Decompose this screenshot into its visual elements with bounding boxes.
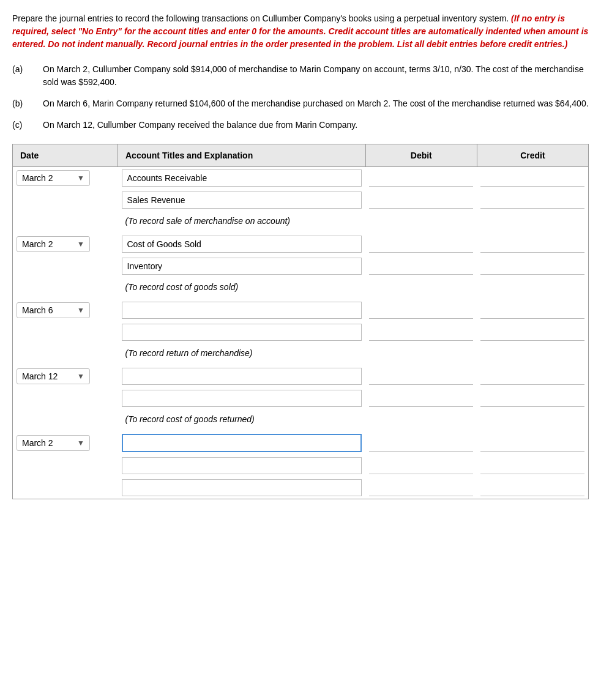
- date-cell-6: [13, 321, 118, 343]
- debit-input-7[interactable]: [369, 368, 473, 385]
- credit-input-8[interactable]: [480, 390, 584, 407]
- debit-cell-3: [365, 233, 477, 255]
- chevron-down-icon: ▼: [77, 439, 84, 447]
- table-row: March 2 ▼: [13, 167, 589, 190]
- table-row: [13, 189, 589, 211]
- account-cell-5: [118, 299, 366, 321]
- debit-cell-10: [365, 455, 477, 477]
- credit-input-10[interactable]: [480, 458, 584, 474]
- debit-input-3[interactable]: [369, 236, 473, 253]
- note-row: (To record cost of goods sold): [13, 277, 589, 299]
- header-credit: Credit: [477, 144, 588, 167]
- account-input-7[interactable]: [122, 368, 362, 385]
- credit-input-7[interactable]: [480, 368, 584, 385]
- table-row: March 6 ▼: [13, 299, 589, 321]
- credit-cell-1: [477, 167, 588, 190]
- transaction-a: (a) On March 2, Cullumber Company sold $…: [12, 63, 589, 89]
- credit-input-5[interactable]: [480, 302, 584, 319]
- debit-cell-4: [365, 255, 477, 277]
- date-dropdown-3[interactable]: March 6 ▼: [17, 302, 90, 318]
- account-input-9[interactable]: [122, 434, 362, 452]
- date-dropdown-1[interactable]: March 2 ▼: [17, 170, 90, 186]
- debit-input-2[interactable]: [369, 192, 473, 209]
- account-input-2[interactable]: [122, 192, 362, 209]
- credit-input-3[interactable]: [480, 236, 584, 253]
- note-row: (To record sale of merchandise on accoun…: [13, 211, 589, 233]
- credit-cell-7: [477, 365, 588, 387]
- note-text-b1: (To record return of merchandise): [122, 346, 585, 363]
- credit-input-6[interactable]: [480, 324, 584, 341]
- credit-input-9[interactable]: [480, 435, 584, 452]
- date-cell-8: [13, 387, 118, 409]
- account-cell-8: [118, 387, 366, 409]
- debit-input-5[interactable]: [369, 302, 473, 319]
- date-cell-7: March 12 ▼: [13, 365, 118, 387]
- account-input-4[interactable]: [122, 258, 362, 275]
- debit-cell-9: [365, 431, 477, 455]
- instructions-main: Prepare the journal entries to record th…: [12, 13, 509, 23]
- account-input-11[interactable]: [122, 479, 362, 496]
- debit-input-6[interactable]: [369, 324, 473, 341]
- debit-cell-7: [365, 365, 477, 387]
- table-row: March 2 ▼: [13, 431, 589, 455]
- credit-cell-8: [477, 387, 588, 409]
- table-row: March 2 ▼: [13, 233, 589, 255]
- account-input-6[interactable]: [122, 324, 362, 341]
- account-cell-1: [118, 167, 366, 190]
- debit-input-8[interactable]: [369, 390, 473, 407]
- account-input-1[interactable]: [122, 169, 362, 187]
- debit-input-1[interactable]: [369, 170, 473, 187]
- note-date-cell: [13, 343, 118, 365]
- credit-cell-2: [477, 189, 588, 211]
- account-input-3[interactable]: [122, 236, 362, 253]
- credit-cell-5: [477, 299, 588, 321]
- note-text-c1: (To record cost of goods returned): [122, 412, 585, 429]
- credit-input-1[interactable]: [480, 170, 584, 187]
- date-dropdown-label-3: March 6: [22, 305, 53, 315]
- credit-cell-4: [477, 255, 588, 277]
- credit-input-2[interactable]: [480, 192, 584, 209]
- chevron-down-icon: ▼: [77, 240, 84, 248]
- debit-input-11[interactable]: [369, 480, 473, 496]
- debit-cell-6: [365, 321, 477, 343]
- date-cell-1: March 2 ▼: [13, 167, 118, 190]
- note-row: (To record cost of goods returned): [13, 409, 589, 431]
- debit-input-4[interactable]: [369, 258, 473, 275]
- debit-input-9[interactable]: [369, 435, 473, 452]
- credit-cell-3: [477, 233, 588, 255]
- date-cell-3: March 2 ▼: [13, 233, 118, 255]
- date-dropdown-4[interactable]: March 12 ▼: [17, 368, 90, 384]
- account-cell-6: [118, 321, 366, 343]
- credit-input-4[interactable]: [480, 258, 584, 275]
- date-dropdown-2[interactable]: March 2 ▼: [17, 236, 90, 252]
- account-input-5[interactable]: [122, 302, 362, 319]
- table-row: [13, 477, 589, 499]
- instructions-block: Prepare the journal entries to record th…: [12, 12, 589, 51]
- note-date-cell: [13, 277, 118, 299]
- account-cell-4: [118, 255, 366, 277]
- main-container: Prepare the journal entries to record th…: [0, 0, 601, 512]
- table-row: March 12 ▼: [13, 365, 589, 387]
- transaction-a-text: On March 2, Cullumber Company sold $914,…: [43, 63, 589, 89]
- date-dropdown-label-5: March 2: [22, 438, 53, 448]
- credit-cell-6: [477, 321, 588, 343]
- transaction-a-label: (a): [12, 63, 43, 89]
- account-input-8[interactable]: [122, 390, 362, 407]
- note-text-a2: (To record cost of goods sold): [122, 280, 585, 297]
- note-cell-a2: (To record cost of goods sold): [118, 277, 589, 299]
- chevron-down-icon: ▼: [77, 174, 84, 182]
- account-cell-7: [118, 365, 366, 387]
- date-cell-4: [13, 255, 118, 277]
- account-input-10[interactable]: [122, 457, 362, 474]
- transactions-block: (a) On March 2, Cullumber Company sold $…: [12, 63, 589, 132]
- date-dropdown-5[interactable]: March 2 ▼: [17, 435, 90, 451]
- debit-cell-8: [365, 387, 477, 409]
- credit-input-11[interactable]: [480, 480, 584, 496]
- transaction-c: (c) On March 12, Cullumber Company recei…: [12, 119, 589, 132]
- table-row: [13, 455, 589, 477]
- note-row: (To record return of merchandise): [13, 343, 589, 365]
- transaction-c-label: (c): [12, 119, 43, 132]
- debit-input-10[interactable]: [369, 458, 473, 474]
- transaction-b-text: On March 6, Marin Company returned $104,…: [43, 97, 589, 110]
- date-dropdown-label-2: March 2: [22, 239, 53, 249]
